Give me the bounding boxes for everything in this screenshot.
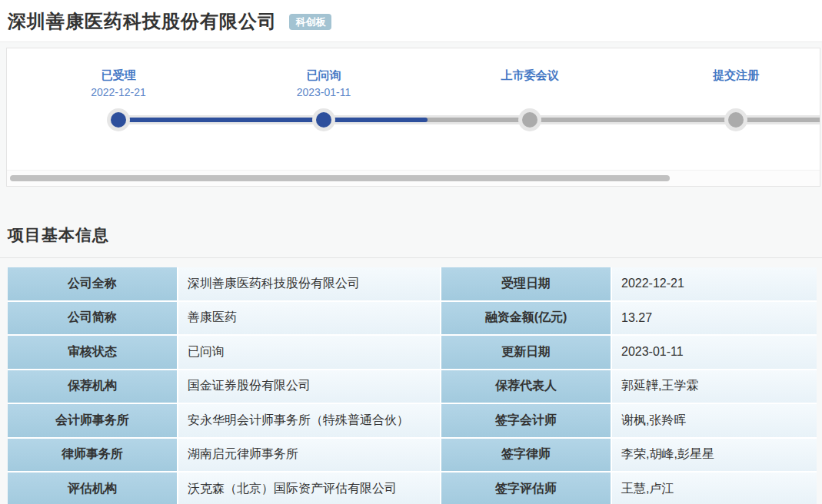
cell-value-update-date: 2023-01-11 [612, 336, 817, 369]
cell-label-signing-appraisers: 签字评估师 [441, 472, 611, 504]
timeline-dot-accepted [111, 112, 126, 128]
scrollbar-thumb[interactable] [10, 175, 670, 181]
section-heading: 项目基本信息 [0, 187, 822, 258]
cell-label-signing-lawyers: 签字律师 [441, 439, 611, 472]
section-title: 项目基本信息 [8, 226, 109, 244]
cell-label-company-full-name: 公司全称 [8, 267, 177, 300]
stage-label: 已受理 [49, 67, 188, 84]
timeline-scroll-content: 已受理 2022-12-21 已问询 2023-01-11 上市委会议 提交注册 [7, 48, 820, 186]
cell-value-review-status: 已问询 [178, 336, 440, 369]
timeline-progress-bar [118, 118, 428, 122]
stage-label: 已问询 [255, 67, 393, 84]
cell-value-appraisal-institution: 沃克森（北京）国际资产评估有限公司 [178, 472, 440, 504]
page-title: 深圳善康医药科技股份有限公司 [8, 9, 277, 34]
cell-value-signing-lawyers: 李荣,胡峰,彭星星 [612, 439, 817, 472]
cell-value-acceptance-date: 2022-12-21 [612, 267, 817, 300]
timeline-stage-inquired: 已问询 2023-01-11 [255, 67, 393, 101]
cell-value-financing-amount: 13.27 [612, 302, 817, 335]
cell-value-sponsor-representatives: 郭延韡,王学霖 [612, 370, 817, 403]
cell-value-signing-accountants: 谢枫,张羚晖 [612, 404, 817, 437]
cell-value-sponsor-institution: 国金证券股份有限公司 [178, 370, 440, 403]
cell-label-company-short-name: 公司简称 [8, 302, 177, 335]
timeline-stage-registration-submitted: 提交注册 [667, 67, 805, 84]
stage-label: 上市委会议 [461, 67, 599, 84]
cell-label-review-status: 审核状态 [8, 336, 177, 369]
cell-label-sponsor-representatives: 保荐代表人 [441, 370, 611, 403]
page-header: 深圳善康医药科技股份有限公司 科创板 [0, 0, 822, 42]
cell-label-update-date: 更新日期 [441, 336, 611, 369]
cell-label-financing-amount: 融资金额(亿元) [441, 302, 611, 335]
cell-label-accounting-firm: 会计师事务所 [8, 404, 177, 437]
timeline-dot-committee-meeting [522, 112, 537, 128]
timeline-dot-registration-submitted [728, 112, 744, 128]
stage-label: 提交注册 [667, 67, 805, 84]
timeline-stage-committee-meeting: 上市委会议 [461, 67, 599, 84]
cell-label-appraisal-institution: 评估机构 [8, 472, 177, 504]
cell-label-signing-accountants: 签字会计师 [441, 404, 611, 437]
cell-value-signing-appraisers: 王慧,卢江 [612, 472, 817, 504]
stage-date: 2023-01-11 [255, 84, 393, 101]
timeline-panel: 已受理 2022-12-21 已问询 2023-01-11 上市委会议 提交注册 [6, 48, 820, 187]
horizontal-scrollbar[interactable] [7, 170, 820, 186]
cell-label-acceptance-date: 受理日期 [441, 267, 611, 300]
info-table: 公司全称 深圳善康医药科技股份有限公司 受理日期 2022-12-21 公司简称… [8, 267, 817, 504]
cell-value-accounting-firm: 安永华明会计师事务所（特殊普通合伙） [178, 404, 440, 437]
board-badge: 科创板 [289, 14, 331, 30]
cell-label-law-firm: 律师事务所 [8, 439, 177, 472]
stage-date: 2022-12-21 [49, 84, 188, 101]
cell-value-company-short-name: 善康医药 [178, 302, 440, 335]
timeline-dot-inquired [316, 112, 331, 128]
cell-label-sponsor-institution: 保荐机构 [8, 370, 177, 403]
cell-value-company-full-name: 深圳善康医药科技股份有限公司 [178, 267, 440, 300]
timeline-stage-accepted: 已受理 2022-12-21 [49, 67, 188, 101]
cell-value-law-firm: 湖南启元律师事务所 [178, 439, 440, 472]
